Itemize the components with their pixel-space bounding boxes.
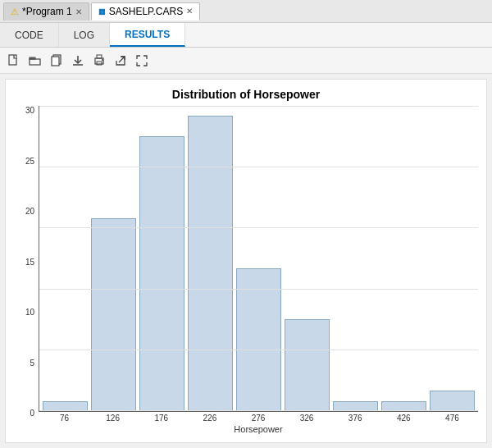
- y-axis-label: 15: [25, 258, 34, 267]
- histogram-bar: [381, 401, 426, 411]
- y-axis-label: 30: [25, 106, 34, 115]
- bar-group: [138, 106, 186, 411]
- svg-point-11: [102, 59, 103, 61]
- y-axis-label: 10: [25, 308, 34, 317]
- view-tab-bar: CODE LOG RESULTS: [0, 23, 492, 48]
- x-axis-label: 76: [40, 412, 89, 423]
- histogram-bar: [285, 319, 330, 411]
- histogram-bar: [43, 401, 88, 411]
- toolbar-btn-download[interactable]: [69, 52, 87, 70]
- x-axis-label: 376: [331, 412, 380, 423]
- export-icon: [114, 54, 127, 67]
- x-axis-label: 126: [89, 412, 137, 423]
- toolbar-btn-open[interactable]: [26, 52, 44, 70]
- program1-tab[interactable]: ⚠ *Program 1 ✕: [3, 2, 89, 21]
- y-axis-label: 25: [25, 157, 34, 166]
- bars-area: [39, 106, 478, 412]
- svg-rect-2: [30, 59, 40, 65]
- warning-icon: ⚠: [11, 7, 19, 17]
- x-axis-label: 326: [283, 412, 331, 423]
- svg-line-12: [119, 57, 125, 62]
- histogram-bar: [236, 268, 281, 411]
- toolbar-btn-expand[interactable]: [133, 52, 151, 70]
- file-tab-bar: ⚠ *Program 1 ✕ ▦ SASHELP.CARS ✕: [0, 0, 492, 23]
- copy-icon: [50, 54, 63, 67]
- tab-code-label: CODE: [15, 30, 43, 41]
- sashelp-tab[interactable]: ▦ SASHELP.CARS ✕: [91, 2, 201, 21]
- new-file-icon: [7, 54, 20, 67]
- tab-log-label: LOG: [74, 30, 94, 41]
- y-axis: 302520151050: [14, 106, 39, 434]
- toolbar-btn-export[interactable]: [112, 52, 130, 70]
- bar-group: [380, 106, 428, 411]
- bar-group: [41, 106, 89, 411]
- bar-group: [428, 106, 476, 411]
- bar-group: [331, 106, 380, 411]
- histogram-bar: [91, 218, 136, 411]
- print-icon: [93, 54, 106, 67]
- x-axis-label: 226: [185, 412, 234, 423]
- toolbar: [0, 48, 492, 74]
- svg-rect-5: [52, 57, 59, 66]
- download-icon: [71, 54, 84, 67]
- x-labels: 76126176226276326376426476: [39, 412, 478, 423]
- chart-area: Distribution of Horsepower 302520151050 …: [5, 79, 487, 443]
- results-panel: Distribution of Horsepower 302520151050 …: [0, 74, 492, 448]
- tab-results[interactable]: RESULTS: [110, 23, 185, 47]
- sashelp-close-btn[interactable]: ✕: [186, 7, 193, 16]
- open-icon: [29, 54, 42, 67]
- histogram-bar: [333, 401, 378, 411]
- toolbar-btn-copy[interactable]: [48, 52, 66, 70]
- sas-icon: ▦: [98, 7, 106, 16]
- histogram-wrapper: 76126176226276326376426476 Horsepower: [39, 106, 478, 434]
- bar-group: [89, 106, 138, 411]
- x-axis-title: Horsepower: [39, 423, 478, 434]
- x-axis-label: 476: [428, 412, 476, 423]
- x-axis-label: 426: [380, 412, 428, 423]
- histogram-bar: [188, 116, 233, 411]
- histogram-bar: [139, 136, 184, 411]
- tab-log[interactable]: LOG: [59, 23, 110, 47]
- y-axis-label: 5: [30, 359, 34, 368]
- tab-results-label: RESULTS: [125, 29, 170, 40]
- toolbar-btn-new[interactable]: [5, 52, 23, 70]
- bar-group: [235, 106, 283, 411]
- histogram-bar: [430, 391, 475, 411]
- y-axis-label: 0: [30, 409, 34, 418]
- sashelp-tab-label: SASHELP.CARS: [109, 6, 184, 17]
- x-axis-label: 276: [234, 412, 282, 423]
- toolbar-btn-print[interactable]: [90, 52, 108, 70]
- chart-title: Distribution of Horsepower: [172, 88, 320, 101]
- y-axis-label: 20: [25, 207, 34, 216]
- tab-code[interactable]: CODE: [0, 23, 59, 47]
- bar-group: [186, 106, 235, 411]
- program1-close-btn[interactable]: ✕: [75, 7, 82, 16]
- bar-group: [283, 106, 331, 411]
- expand-icon: [135, 54, 148, 67]
- x-axis-label: 176: [137, 412, 185, 423]
- program1-tab-label: *Program 1: [22, 6, 72, 17]
